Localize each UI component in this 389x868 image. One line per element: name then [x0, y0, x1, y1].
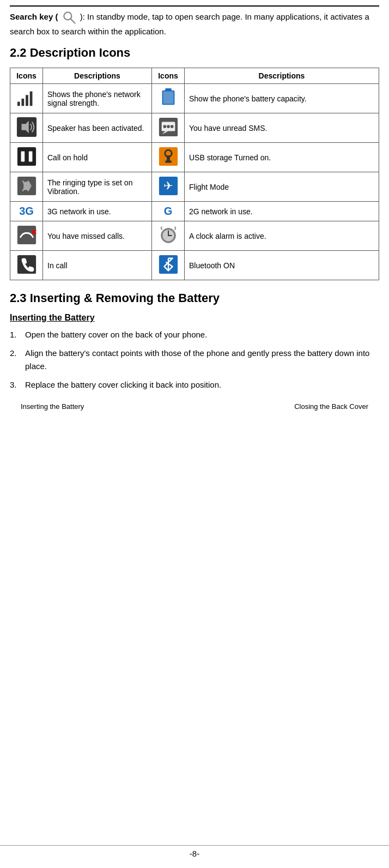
step-text: Align the battery's contact points with … — [25, 347, 379, 373]
icon-cell-incall — [10, 251, 43, 280]
inserting-battery-subtitle: Inserting the Battery — [10, 313, 379, 323]
in-call-icon — [16, 254, 37, 275]
col-header-icons2: Icons — [152, 68, 185, 84]
image-captions: Inserting the Battery Closing the Back C… — [10, 402, 379, 411]
list-item: 1. Open the battery cover on the back of… — [10, 328, 379, 341]
search-key-label: Search key ( — [10, 12, 58, 21]
svg-rect-20 — [28, 152, 32, 162]
page-footer: -8- — [0, 845, 389, 858]
list-item: 3. Replace the battery cover clicking it… — [10, 378, 379, 391]
svg-point-16 — [170, 125, 173, 128]
svg-text:✈: ✈ — [163, 179, 173, 192]
svg-rect-8 — [165, 88, 171, 91]
section-2-3-title: 2.3 Inserting & Removing the Battery — [10, 291, 379, 305]
svg-point-23 — [166, 151, 171, 156]
table-row: Speaker has been activated. You have unr… — [10, 113, 379, 143]
sms-icon — [158, 117, 179, 137]
icon-cell-vibrate — [10, 172, 43, 202]
icon-cell-3g: 3G — [10, 202, 43, 221]
signal-icon — [16, 87, 37, 108]
svg-point-14 — [163, 125, 166, 128]
desc-3g: 3G network in use. — [43, 202, 152, 221]
icon-cell-flight: ✈ — [152, 172, 185, 202]
icon-cell-hold — [10, 143, 43, 172]
desc-incall: In call — [43, 251, 152, 280]
missed-call-icon — [16, 225, 37, 245]
usb-icon — [158, 146, 179, 167]
desc-bluetooth: Bluetooth ON — [185, 251, 379, 280]
svg-rect-18 — [17, 147, 35, 166]
top-divider — [10, 5, 379, 7]
3g-icon: 3G — [19, 205, 34, 217]
caption-closing: Closing the Back Cover — [294, 402, 368, 411]
list-item: 2. Align the battery's contact points wi… — [10, 347, 379, 373]
step-number: 2. — [10, 347, 25, 373]
vibrate-icon — [16, 176, 37, 196]
svg-rect-27 — [23, 182, 29, 190]
desc-speaker: Speaker has been activated. — [43, 113, 152, 143]
desc-vibrate: The ringing type is set on Vibration. — [43, 172, 152, 202]
icon-cell-alarm — [152, 221, 185, 251]
step-number: 3. — [10, 378, 25, 391]
desc-flight: Flight Mode — [185, 172, 379, 202]
col-header-desc1: Descriptions — [43, 68, 152, 84]
icon-cell-usb — [152, 143, 185, 172]
col-header-desc2: Descriptions — [185, 68, 379, 84]
svg-rect-30 — [17, 226, 35, 244]
table-row: In call Bluetooth ON — [10, 251, 379, 280]
step-text: Replace the battery cover clicking it ba… — [25, 378, 221, 391]
table-row: Shows the phone's network signal strengt… — [10, 84, 379, 113]
page-number: -8- — [190, 849, 199, 858]
2g-icon: G — [164, 205, 173, 217]
svg-rect-19 — [21, 152, 25, 162]
icon-cell-sms — [152, 113, 185, 143]
icon-cell-2g: G — [152, 202, 185, 221]
steps-list: 1. Open the battery cover on the back of… — [10, 328, 379, 391]
table-row: The ringing type is set on Vibration. ✈ … — [10, 172, 379, 202]
table-row: Call on hold USB storage Turned on. — [10, 143, 379, 172]
svg-line-1 — [70, 19, 75, 23]
description-icons-table: Icons Descriptions Icons Descriptions Sh… — [10, 68, 379, 280]
desc-hold: Call on hold — [43, 143, 152, 172]
svg-rect-2 — [17, 102, 20, 106]
step-number: 1. — [10, 328, 25, 341]
speaker-icon — [16, 117, 37, 137]
svg-rect-3 — [21, 99, 24, 106]
icon-cell-bluetooth — [152, 251, 185, 280]
icon-cell-speaker — [10, 113, 43, 143]
desc-alarm: A clock alarm is active. — [185, 221, 379, 251]
desc-sms: You have unread SMS. — [185, 113, 379, 143]
desc-battery: Show the phone's battery capacity. — [185, 84, 379, 113]
flight-icon: ✈ — [158, 176, 179, 196]
table-row: 3G 3G network in use. G 2G network in us… — [10, 202, 379, 221]
svg-rect-25 — [165, 161, 171, 163]
step-text: Open the battery cover on the back of yo… — [25, 328, 207, 341]
battery-icon — [158, 87, 179, 108]
icon-cell-missed — [10, 221, 43, 251]
search-key-paragraph: Search key ( ): In standby mode, tap to … — [10, 10, 379, 38]
desc-2g: 2G network in use. — [185, 202, 379, 221]
table-row: You have missed calls. A clock alarm is … — [10, 221, 379, 251]
icon-cell-battery — [152, 84, 185, 113]
svg-rect-9 — [163, 92, 173, 104]
search-key-icon — [62, 10, 77, 25]
section-2-2-title: 2.2 Description Icons — [10, 46, 379, 60]
icon-cell-signal — [10, 84, 43, 113]
desc-signal: Shows the phone's network signal strengt… — [43, 84, 152, 113]
col-header-icons1: Icons — [10, 68, 43, 84]
desc-usb: USB storage Turned on. — [185, 143, 379, 172]
alarm-icon — [158, 225, 179, 245]
hold-icon — [16, 146, 37, 167]
bluetooth-icon — [158, 254, 179, 275]
desc-missed: You have missed calls. — [43, 221, 152, 251]
svg-rect-4 — [26, 95, 28, 106]
svg-rect-5 — [29, 92, 32, 106]
svg-point-15 — [167, 125, 170, 128]
caption-inserting: Inserting the Battery — [21, 402, 84, 411]
